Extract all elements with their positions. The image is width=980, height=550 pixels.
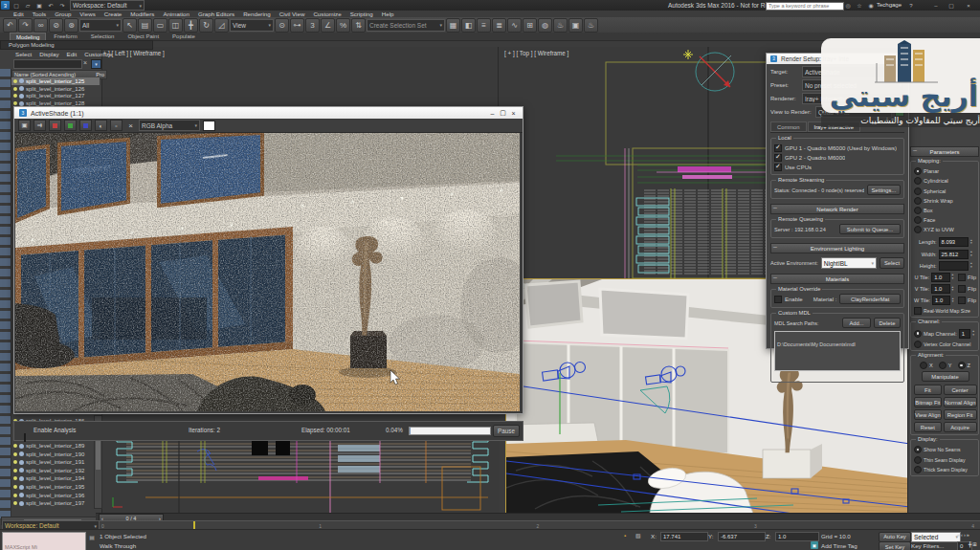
select-and-move-icon[interactable]: ╋: [184, 18, 198, 33]
maximize-icon[interactable]: ▢: [498, 109, 508, 118]
light-toggle-icon[interactable]: [13, 485, 17, 489]
explorer-row[interactable]: split_level_interior_126: [11, 85, 100, 93]
angle-snap-icon[interactable]: ∠: [321, 18, 335, 33]
select-and-manipulate-icon[interactable]: ⊶: [290, 18, 304, 33]
alignment-button[interactable]: Bitmap Fit: [914, 397, 942, 407]
explorer-filter-icon[interactable]: ▾: [91, 59, 101, 69]
snaps-toggle-icon[interactable]: 3: [305, 18, 320, 33]
explorer-filter-strip[interactable]: [0, 69, 11, 518]
x-coordinate-field[interactable]: 17.741: [660, 532, 708, 541]
light-toggle-icon[interactable]: [13, 452, 17, 456]
select-object-icon[interactable]: ↖: [122, 18, 137, 33]
mapping-radio[interactable]: [914, 197, 922, 205]
alignment-button[interactable]: Reset: [914, 422, 942, 432]
ribbon-tab[interactable]: Freeform: [48, 33, 82, 40]
mapping-radio[interactable]: [914, 187, 922, 195]
pause-button[interactable]: Pause: [493, 425, 520, 437]
3dsmax-logo-icon[interactable]: 3: [1, 1, 10, 10]
explorer-row[interactable]: split_level_interior_127: [11, 93, 100, 100]
activeshade-titlebar[interactable]: 3 ActiveShade (1:1) – ▢ ×: [14, 107, 523, 119]
light-toggle-icon[interactable]: [13, 476, 17, 480]
mirror-icon[interactable]: ◧: [461, 18, 476, 33]
ribbon-subtab[interactable]: Polygon Modeling: [0, 40, 153, 50]
render-setup-icon[interactable]: ♨: [553, 18, 568, 33]
listener-icon[interactable]: ▤: [87, 533, 97, 541]
display-radio[interactable]: [914, 456, 922, 464]
explorer-row[interactable]: split_level_interior_125: [11, 77, 100, 85]
transform-lock-icon[interactable]: ▪: [624, 533, 626, 539]
explorer-menu-item[interactable]: Select: [15, 51, 32, 57]
use-pivot-center-icon[interactable]: ⊙: [275, 18, 289, 33]
rendered-frame-window-icon[interactable]: ▣: [568, 18, 583, 33]
channel-display-combo[interactable]: RGB Alpha▾: [139, 120, 200, 131]
render-setup-tab[interactable]: Common: [770, 121, 807, 132]
spinner-icon[interactable]: ▴▾: [972, 330, 976, 338]
tile-field[interactable]: 1.0: [932, 296, 950, 305]
display-radio[interactable]: [914, 466, 922, 473]
minimize-button[interactable]: –: [931, 1, 941, 10]
enable-analysis-checkbox[interactable]: [24, 433, 26, 442]
ribbon-tab[interactable]: Object Paint: [122, 33, 165, 40]
menu-item[interactable]: Animation: [163, 11, 189, 17]
mapping-radio[interactable]: [914, 226, 922, 233]
maximize-button[interactable]: ▢: [947, 1, 956, 10]
light-toggle-icon[interactable]: [13, 460, 17, 464]
light-toggle-icon[interactable]: [13, 444, 17, 448]
red-channel-icon[interactable]: [49, 120, 61, 131]
explorer-row[interactable]: split_level_interior_191: [11, 458, 94, 467]
explorer-menu-item[interactable]: Display: [39, 51, 58, 57]
monochrome-channel-icon[interactable]: ◐: [95, 120, 107, 131]
maximize-viewport-icon[interactable]: ⊞: [972, 541, 977, 547]
active-environment-combo[interactable]: NightIBL▾: [821, 257, 877, 269]
explorer-search-clear-icon[interactable]: ×: [83, 59, 87, 66]
menu-item[interactable]: Rendering: [243, 11, 271, 17]
window-crossing-icon[interactable]: ◫: [168, 18, 183, 33]
menu-item[interactable]: Create: [104, 11, 122, 17]
account-name[interactable]: Techgage: [877, 2, 902, 8]
menu-item[interactable]: Views: [79, 11, 95, 17]
named-selection-set-combo[interactable]: Create Selection Set▾: [367, 19, 445, 32]
settings-button[interactable]: Settings...: [867, 185, 901, 195]
ribbon-tab[interactable]: Selection: [85, 33, 121, 40]
menu-item[interactable]: Edit: [13, 11, 24, 17]
search-go-icon[interactable]: ◎: [843, 1, 853, 10]
open-file-icon[interactable]: ▱: [23, 1, 33, 10]
mdl-path-list[interactable]: D:\Documents\My Documents\mdl: [774, 331, 901, 371]
spinner-icon[interactable]: ▴▾: [970, 262, 976, 270]
redo-icon[interactable]: ↷: [18, 18, 33, 33]
add-path-button[interactable]: Add...: [842, 318, 871, 328]
spinner-snap-icon[interactable]: ⇅: [351, 18, 366, 33]
save-file-icon[interactable]: ▣: [34, 1, 44, 10]
height-field[interactable]: [939, 261, 969, 271]
clear-frame-icon[interactable]: ×: [125, 121, 136, 130]
light-toggle-icon[interactable]: [13, 494, 17, 497]
light-toggle-icon[interactable]: [13, 469, 17, 473]
pan-view-icon[interactable]: ╋: [969, 541, 971, 547]
alignment-button[interactable]: Acquire: [944, 422, 977, 432]
submit-to-queue-button[interactable]: Submit to Queue...: [839, 224, 901, 234]
gpu-checkbox[interactable]: [774, 154, 782, 162]
length-field[interactable]: 8.093: [939, 237, 969, 247]
close-icon[interactable]: ×: [508, 109, 519, 118]
light-toggle-icon[interactable]: [13, 501, 17, 505]
explorer-menu-item[interactable]: Customize: [84, 51, 112, 57]
play-icon[interactable]: ›: [964, 532, 966, 538]
select-by-name-icon[interactable]: ▤: [138, 18, 152, 33]
close-button[interactable]: ×: [964, 1, 973, 10]
flip-checkbox[interactable]: [958, 285, 966, 293]
flip-checkbox[interactable]: [958, 297, 966, 304]
mapping-radio[interactable]: [914, 167, 922, 175]
menu-item[interactable]: Civil View: [279, 11, 305, 17]
rectangular-selection-icon[interactable]: ▭: [153, 18, 167, 33]
gpu-checkbox[interactable]: [774, 164, 782, 171]
auto-key-button[interactable]: Auto Key: [879, 532, 911, 542]
mdl-path-item[interactable]: D:\Documents\My Documents\mdl: [777, 341, 856, 347]
explorer-row[interactable]: split_level_interior_192: [11, 467, 94, 475]
menu-item[interactable]: Graph Editors: [198, 11, 234, 17]
selection-filter-combo[interactable]: All▾: [79, 19, 122, 32]
user-account-icon[interactable]: ◉: [866, 1, 876, 10]
manipulate-button[interactable]: Manipulate: [922, 371, 969, 382]
gpu-checkbox[interactable]: [774, 144, 782, 152]
vertex-color-radio[interactable]: [914, 341, 922, 348]
explorer-menu-item[interactable]: Edit: [67, 51, 78, 57]
